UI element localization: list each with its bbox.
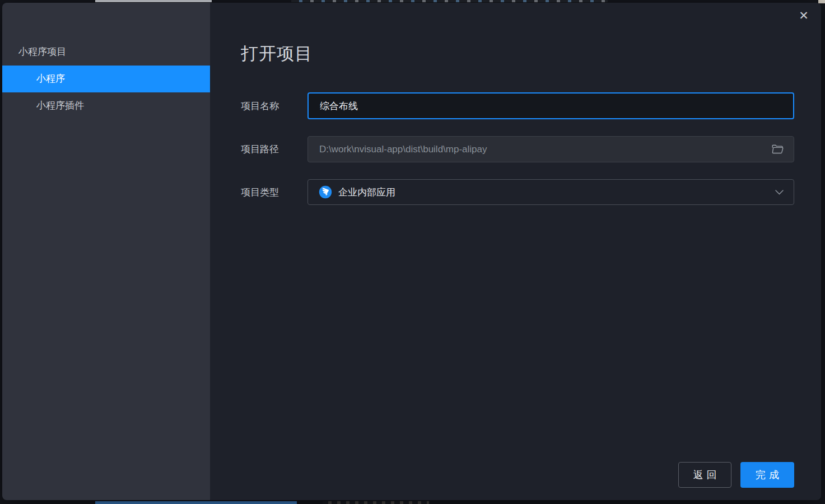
- sidebar-header-miniprogram-project: 小程序项目: [2, 39, 210, 66]
- browse-folder-button[interactable]: [770, 142, 785, 157]
- open-project-dialog: 小程序项目 小程序 小程序插件 ✕ 打开项目 项目名称 项目路径: [2, 3, 821, 500]
- page-title: 打开项目: [241, 42, 794, 66]
- chevron-down-icon: [775, 190, 784, 195]
- project-type-label: 项目类型: [241, 186, 307, 199]
- finish-button[interactable]: 完成: [740, 462, 794, 488]
- project-name-input[interactable]: [309, 94, 793, 118]
- background-app-edge: [291, 0, 608, 2]
- project-type-row: 项目类型 企业内部应用: [241, 179, 794, 205]
- folder-open-icon: [772, 144, 784, 154]
- close-icon[interactable]: ✕: [794, 6, 813, 25]
- background-statusbar-edge: [323, 501, 429, 504]
- back-button[interactable]: 返回: [678, 462, 731, 488]
- main-panel: ✕ 打开项目 项目名称 项目路径: [210, 3, 821, 500]
- project-name-label: 项目名称: [241, 100, 307, 113]
- project-name-field: [307, 92, 794, 119]
- sidebar-item-miniprogram-plugin[interactable]: 小程序插件: [2, 92, 210, 119]
- project-path-input: [308, 137, 770, 162]
- sidebar: 小程序项目 小程序 小程序插件: [2, 3, 210, 500]
- dingtalk-logo-icon: [319, 185, 332, 199]
- project-path-row: 项目路径: [241, 136, 794, 162]
- background-app-edge: [95, 0, 212, 2]
- project-type-selected-option: 企业内部应用: [319, 185, 775, 199]
- background-app-edge: [818, 0, 825, 3]
- project-name-row: 项目名称: [241, 92, 794, 119]
- background-statusbar-edge: [95, 501, 297, 504]
- project-type-select[interactable]: 企业内部应用: [307, 179, 794, 205]
- project-path-label: 项目路径: [241, 143, 307, 156]
- dialog-footer: 返回 完成: [678, 462, 794, 488]
- project-path-field: [307, 136, 794, 162]
- sidebar-item-miniprogram[interactable]: 小程序: [2, 66, 210, 92]
- open-project-form: 项目名称 项目路径: [241, 92, 794, 205]
- project-type-value: 企业内部应用: [338, 186, 395, 199]
